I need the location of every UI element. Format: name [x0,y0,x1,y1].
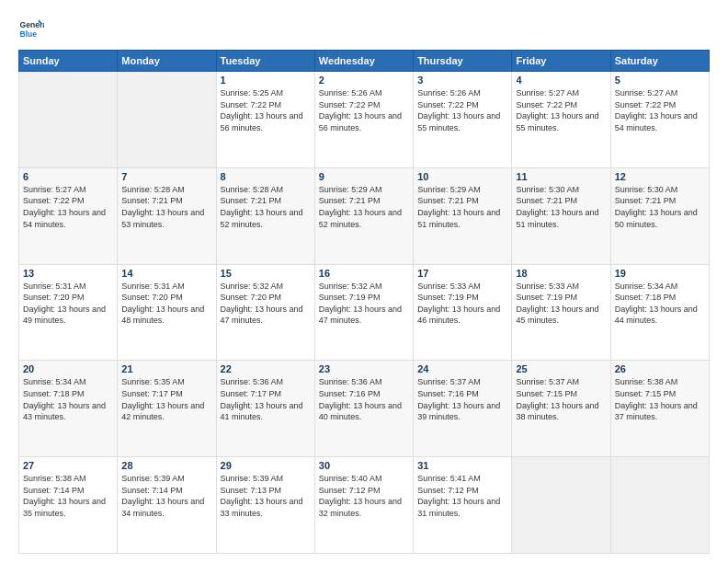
day-number: 13 [23,268,113,279]
calendar-cell: 3Sunrise: 5:26 AMSunset: 7:22 PMDaylight… [414,72,512,168]
day-number: 15 [221,268,311,279]
calendar-cell: 27Sunrise: 5:38 AMSunset: 7:14 PMDayligh… [19,457,118,554]
calendar-cell: 25Sunrise: 5:37 AMSunset: 7:15 PMDayligh… [512,361,610,457]
day-number: 16 [319,268,409,279]
day-number: 22 [221,363,311,374]
col-header-sunday: Sunday [19,51,118,72]
calendar-cell: 2Sunrise: 5:26 AMSunset: 7:22 PMDaylight… [314,72,413,168]
cell-info: Sunrise: 5:27 AMSunset: 7:22 PMDaylight:… [23,185,106,229]
day-number: 11 [516,171,606,182]
cell-info: Sunrise: 5:38 AMSunset: 7:14 PMDaylight:… [23,474,106,518]
logo: General Blue [18,17,44,42]
day-number: 30 [319,460,409,471]
cell-info: Sunrise: 5:37 AMSunset: 7:16 PMDaylight:… [417,377,500,421]
cell-info: Sunrise: 5:37 AMSunset: 7:15 PMDaylight:… [516,377,598,421]
calendar-cell: 12Sunrise: 5:30 AMSunset: 7:21 PMDayligh… [610,167,709,264]
calendar-cell: 16Sunrise: 5:32 AMSunset: 7:19 PMDayligh… [314,264,413,361]
cell-info: Sunrise: 5:27 AMSunset: 7:22 PMDaylight:… [615,88,698,132]
cell-info: Sunrise: 5:39 AMSunset: 7:13 PMDaylight:… [221,474,303,518]
day-number: 21 [121,363,211,374]
calendar-cell: 28Sunrise: 5:39 AMSunset: 7:14 PMDayligh… [118,457,216,554]
calendar-cell: 30Sunrise: 5:40 AMSunset: 7:12 PMDayligh… [314,457,413,554]
day-number: 8 [221,171,311,182]
calendar-cell [610,457,709,554]
day-number: 12 [615,171,705,182]
calendar-cell: 5Sunrise: 5:27 AMSunset: 7:22 PMDaylight… [610,72,709,168]
day-number: 26 [615,363,705,374]
cell-info: Sunrise: 5:32 AMSunset: 7:19 PMDaylight:… [319,282,402,326]
day-number: 25 [516,363,606,374]
day-number: 24 [417,363,507,374]
day-number: 1 [221,75,311,86]
calendar-week-2: 6Sunrise: 5:27 AMSunset: 7:22 PMDaylight… [19,167,710,264]
day-number: 4 [516,75,606,86]
calendar-cell: 1Sunrise: 5:25 AMSunset: 7:22 PMDaylight… [216,72,314,168]
cell-info: Sunrise: 5:25 AMSunset: 7:22 PMDaylight:… [221,88,303,132]
calendar-cell: 15Sunrise: 5:32 AMSunset: 7:20 PMDayligh… [216,264,314,361]
day-number: 3 [417,75,507,86]
calendar-cell: 18Sunrise: 5:33 AMSunset: 7:19 PMDayligh… [512,264,610,361]
cell-info: Sunrise: 5:34 AMSunset: 7:18 PMDaylight:… [23,377,106,421]
calendar-cell: 11Sunrise: 5:30 AMSunset: 7:21 PMDayligh… [512,167,610,264]
calendar-cell: 21Sunrise: 5:35 AMSunset: 7:17 PMDayligh… [118,361,216,457]
cell-info: Sunrise: 5:41 AMSunset: 7:12 PMDaylight:… [417,474,500,518]
day-number: 5 [615,75,705,86]
cell-info: Sunrise: 5:29 AMSunset: 7:21 PMDaylight:… [319,185,402,229]
calendar-cell: 4Sunrise: 5:27 AMSunset: 7:22 PMDaylight… [512,72,610,168]
day-number: 27 [23,460,113,471]
calendar-cell: 24Sunrise: 5:37 AMSunset: 7:16 PMDayligh… [414,361,512,457]
cell-info: Sunrise: 5:40 AMSunset: 7:12 PMDaylight:… [319,474,402,518]
cell-info: Sunrise: 5:33 AMSunset: 7:19 PMDaylight:… [516,282,598,326]
day-number: 20 [23,363,113,374]
cell-info: Sunrise: 5:33 AMSunset: 7:19 PMDaylight:… [417,282,500,326]
col-header-tuesday: Tuesday [216,51,314,72]
cell-info: Sunrise: 5:39 AMSunset: 7:14 PMDaylight:… [121,474,204,518]
calendar-cell: 8Sunrise: 5:28 AMSunset: 7:21 PMDaylight… [216,167,314,264]
calendar-cell: 19Sunrise: 5:34 AMSunset: 7:18 PMDayligh… [610,264,709,361]
calendar-cell: 14Sunrise: 5:31 AMSunset: 7:20 PMDayligh… [118,264,216,361]
col-header-monday: Monday [118,51,216,72]
cell-info: Sunrise: 5:30 AMSunset: 7:21 PMDaylight:… [516,185,598,229]
cell-info: Sunrise: 5:30 AMSunset: 7:21 PMDaylight:… [615,185,698,229]
calendar-table: SundayMondayTuesdayWednesdayThursdayFrid… [18,50,710,554]
cell-info: Sunrise: 5:26 AMSunset: 7:22 PMDaylight:… [319,88,402,132]
cell-info: Sunrise: 5:38 AMSunset: 7:15 PMDaylight:… [615,377,698,421]
day-number: 17 [417,268,507,279]
calendar-cell: 7Sunrise: 5:28 AMSunset: 7:21 PMDaylight… [118,167,216,264]
day-number: 6 [23,171,113,182]
cell-info: Sunrise: 5:28 AMSunset: 7:21 PMDaylight:… [121,185,204,229]
page-header: General Blue [18,17,710,42]
day-number: 10 [417,171,507,182]
cell-info: Sunrise: 5:34 AMSunset: 7:18 PMDaylight:… [615,282,698,326]
day-number: 7 [121,171,211,182]
calendar-week-5: 27Sunrise: 5:38 AMSunset: 7:14 PMDayligh… [19,457,710,554]
day-number: 29 [221,460,311,471]
day-number: 9 [319,171,409,182]
svg-text:Blue: Blue [20,29,38,39]
calendar-cell: 31Sunrise: 5:41 AMSunset: 7:12 PMDayligh… [414,457,512,554]
cell-info: Sunrise: 5:26 AMSunset: 7:22 PMDaylight:… [417,88,500,132]
cell-info: Sunrise: 5:36 AMSunset: 7:16 PMDaylight:… [319,377,402,421]
calendar-cell [19,72,118,168]
cell-info: Sunrise: 5:28 AMSunset: 7:21 PMDaylight:… [221,185,303,229]
calendar-cell: 10Sunrise: 5:29 AMSunset: 7:21 PMDayligh… [414,167,512,264]
calendar-cell [512,457,610,554]
day-number: 14 [121,268,211,279]
cell-info: Sunrise: 5:32 AMSunset: 7:20 PMDaylight:… [221,282,303,326]
cell-info: Sunrise: 5:29 AMSunset: 7:21 PMDaylight:… [417,185,500,229]
cell-info: Sunrise: 5:27 AMSunset: 7:22 PMDaylight:… [516,88,598,132]
calendar-cell: 6Sunrise: 5:27 AMSunset: 7:22 PMDaylight… [19,167,118,264]
cell-info: Sunrise: 5:35 AMSunset: 7:17 PMDaylight:… [121,377,204,421]
cell-info: Sunrise: 5:31 AMSunset: 7:20 PMDaylight:… [23,282,106,326]
calendar-cell [118,72,216,168]
calendar-cell: 26Sunrise: 5:38 AMSunset: 7:15 PMDayligh… [610,361,709,457]
cell-info: Sunrise: 5:36 AMSunset: 7:17 PMDaylight:… [221,377,303,421]
day-number: 31 [417,460,507,471]
calendar-week-4: 20Sunrise: 5:34 AMSunset: 7:18 PMDayligh… [19,361,710,457]
logo-icon: General Blue [18,17,44,42]
day-number: 28 [121,460,211,471]
day-number: 19 [615,268,705,279]
col-header-thursday: Thursday [414,51,512,72]
col-header-saturday: Saturday [610,51,709,72]
day-number: 18 [516,268,606,279]
